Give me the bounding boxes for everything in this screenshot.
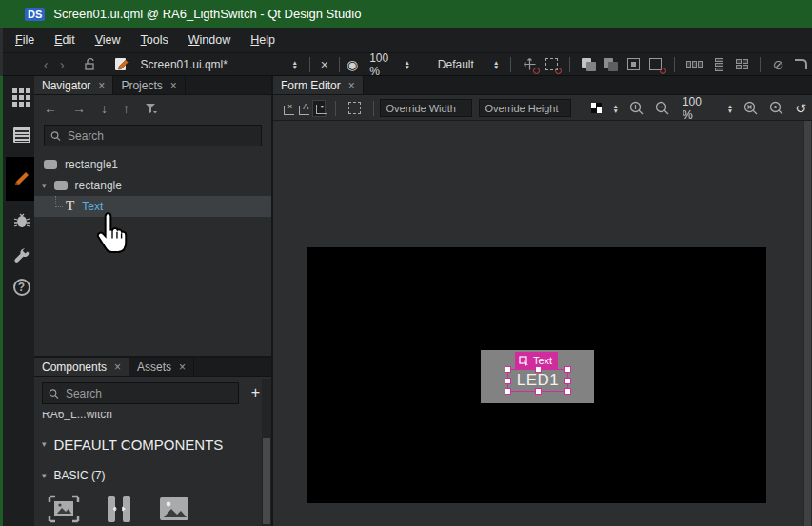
components-search[interactable] bbox=[42, 382, 239, 404]
move-down-icon[interactable]: ↓ bbox=[101, 101, 108, 116]
close-tab-icon[interactable]: × bbox=[170, 79, 177, 92]
rectangle-item[interactable]: Text LED1 bbox=[481, 350, 594, 403]
close-tab-icon[interactable]: × bbox=[114, 360, 121, 374]
flow-wrap-icon[interactable] bbox=[793, 57, 808, 71]
move-up-icon[interactable]: ↑ bbox=[123, 101, 129, 116]
components-search-input[interactable] bbox=[66, 387, 232, 400]
resize-handle-sw[interactable] bbox=[505, 388, 511, 395]
close-document-button[interactable]: × bbox=[317, 57, 332, 72]
module-item-clipped[interactable]: RA6_L...witch bbox=[42, 412, 112, 420]
add-module-button[interactable]: + bbox=[251, 384, 260, 401]
tab-navigator[interactable]: Navigator × bbox=[34, 76, 113, 94]
zoom-selection-icon[interactable] bbox=[769, 101, 783, 115]
menu-tools[interactable]: Tools bbox=[133, 29, 176, 50]
menu-window[interactable]: Window bbox=[181, 29, 238, 50]
move-tool-icon[interactable] bbox=[522, 57, 537, 71]
snap-on-button[interactable]: ▪ bbox=[312, 100, 326, 117]
frame-refresh-icon[interactable] bbox=[648, 57, 663, 71]
frame-inner-icon[interactable] bbox=[626, 57, 642, 71]
form-editor-canvas[interactable]: Text LED1 bbox=[273, 121, 803, 526]
navigator-toolbar: ← → ↓ ↑ bbox=[34, 96, 271, 120]
document-stepper[interactable]: ▲▼ bbox=[292, 60, 298, 69]
column-layout-icon[interactable] bbox=[712, 57, 727, 71]
tree-item-rectangle1[interactable]: rectangle1 bbox=[34, 154, 271, 175]
welcome-mode-icon[interactable] bbox=[6, 86, 37, 108]
design-mode-icon[interactable] bbox=[6, 157, 37, 201]
edit-document-icon[interactable] bbox=[114, 57, 129, 71]
override-width-input[interactable] bbox=[380, 99, 472, 117]
section-basic[interactable]: ▾ BASIC (7) bbox=[34, 464, 260, 487]
debug-mode-icon[interactable] bbox=[6, 209, 37, 232]
forward-button[interactable]: › bbox=[54, 57, 70, 71]
document-breadcrumb[interactable]: Screen01.ui.qml* bbox=[141, 58, 287, 71]
menu-view[interactable]: View bbox=[88, 29, 129, 50]
show-bounds-icon[interactable] bbox=[348, 102, 361, 114]
style-selector[interactable]: Default bbox=[438, 58, 488, 71]
resize-handle-e[interactable] bbox=[564, 378, 571, 384]
canvas-color-icon[interactable] bbox=[591, 103, 602, 113]
selected-text-item[interactable]: LED1 bbox=[507, 369, 568, 392]
resize-handle-ne[interactable] bbox=[564, 366, 571, 373]
form-editor-scrollbar[interactable] bbox=[803, 121, 812, 526]
help-icon[interactable]: ? bbox=[6, 276, 37, 299]
scrollbar-thumb[interactable] bbox=[804, 121, 811, 526]
text-component-icon: T bbox=[66, 199, 74, 214]
navigator-search[interactable] bbox=[44, 125, 262, 146]
tab-components[interactable]: Components × bbox=[34, 358, 129, 376]
reset-view-icon[interactable]: ↺ bbox=[795, 101, 806, 116]
move-right-icon[interactable]: → bbox=[72, 101, 86, 116]
menu-file[interactable]: File bbox=[8, 29, 42, 50]
zoom-stepper[interactable]: ▲▼ bbox=[404, 60, 409, 69]
live-preview-icon[interactable]: ◉ bbox=[347, 57, 358, 72]
form-editor-toolbar: × A ▪ ▲▼ 100 % ▲▼ bbox=[273, 96, 812, 121]
close-tab-icon[interactable]: × bbox=[348, 79, 355, 92]
menu-edit[interactable]: Edit bbox=[47, 29, 83, 50]
canvas-zoom-stepper[interactable]: ▲▼ bbox=[727, 104, 733, 113]
resize-handle-w[interactable] bbox=[505, 378, 511, 384]
root-item-rectangle1[interactable]: Text LED1 bbox=[307, 247, 766, 503]
tools-icon[interactable] bbox=[6, 245, 37, 268]
error-badge bbox=[533, 68, 540, 74]
canvas-color-stepper[interactable]: ▲▼ bbox=[612, 104, 618, 113]
zoom-out-icon[interactable] bbox=[655, 101, 669, 115]
zoom-in-icon[interactable] bbox=[629, 101, 644, 115]
tab-projects[interactable]: Projects × bbox=[113, 76, 185, 94]
components-scrollbar[interactable] bbox=[262, 379, 271, 526]
edit-mode-icon[interactable] bbox=[6, 124, 37, 146]
resize-handle-se[interactable] bbox=[564, 388, 571, 395]
row-layout-icon[interactable] bbox=[685, 57, 704, 71]
resize-handle-s[interactable] bbox=[535, 388, 542, 395]
unlock-icon[interactable] bbox=[83, 57, 98, 71]
tab-assets[interactable]: Assets × bbox=[129, 358, 194, 376]
back-button[interactable]: ‹ bbox=[38, 57, 54, 71]
canvas-zoom-level[interactable]: 100 % bbox=[683, 95, 704, 122]
snap-anchor-button[interactable]: A bbox=[296, 100, 308, 117]
snap-off-button[interactable]: × bbox=[281, 100, 293, 117]
close-tab-icon[interactable]: × bbox=[179, 360, 186, 374]
filter-icon[interactable] bbox=[145, 103, 158, 114]
zoom-fit-icon[interactable] bbox=[743, 101, 758, 115]
refresh-bounds-icon[interactable] bbox=[545, 57, 560, 71]
zoom-level[interactable]: 100 % bbox=[369, 51, 399, 78]
duplicate-light-icon[interactable] bbox=[581, 57, 596, 71]
tab-form-editor[interactable]: Form Editor × bbox=[273, 76, 364, 94]
style-stepper[interactable]: ▲▼ bbox=[493, 60, 499, 69]
section-default-components[interactable]: ▾ DEFAULT COMPONENTS bbox=[34, 430, 260, 458]
border-image-component-icon[interactable] bbox=[48, 495, 80, 523]
grid-layout-icon[interactable] bbox=[734, 57, 749, 71]
override-height-input[interactable] bbox=[479, 99, 571, 117]
menu-help[interactable]: Help bbox=[243, 29, 283, 50]
resize-handle-n[interactable] bbox=[535, 366, 542, 373]
no-layout-icon[interactable]: ⊘ bbox=[771, 57, 786, 71]
image-component-icon[interactable] bbox=[158, 495, 190, 523]
resize-handle-nw[interactable] bbox=[505, 366, 511, 373]
flickable-component-icon[interactable] bbox=[105, 495, 133, 523]
expander-icon[interactable]: ▾ bbox=[42, 181, 47, 190]
close-tab-icon[interactable]: × bbox=[98, 79, 105, 92]
tree-item-text[interactable]: T Text bbox=[34, 196, 271, 217]
navigator-search-input[interactable] bbox=[68, 129, 255, 143]
move-left-icon[interactable]: ← bbox=[44, 101, 57, 116]
duplicate-dark-icon[interactable] bbox=[604, 57, 619, 71]
tree-item-rectangle[interactable]: ▾ rectangle bbox=[34, 175, 271, 196]
scrollbar-thumb[interactable] bbox=[263, 438, 270, 524]
